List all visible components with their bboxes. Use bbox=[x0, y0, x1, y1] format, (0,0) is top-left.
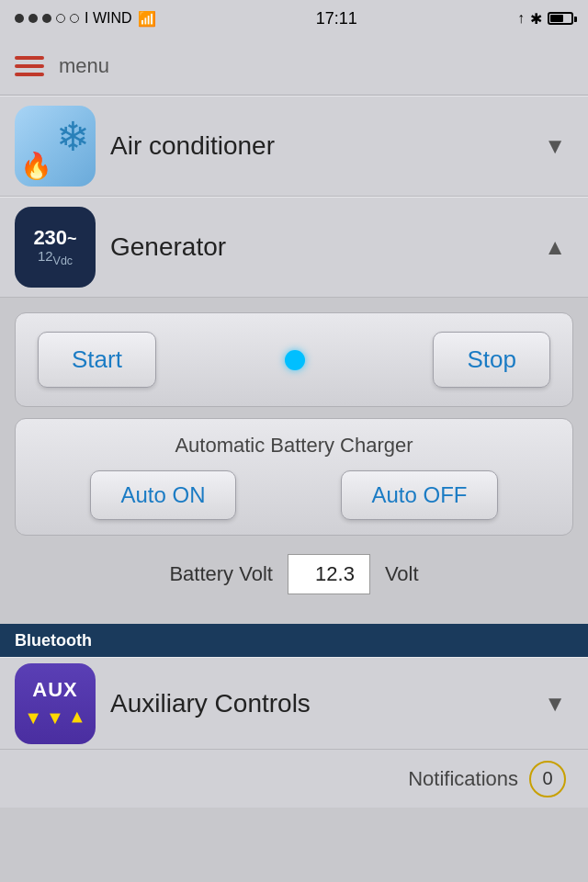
status-bar: I WIND 📶 17:11 ↑ ✱ bbox=[0, 0, 588, 37]
notifications-badge[interactable]: 0 bbox=[529, 761, 566, 797]
dot-5 bbox=[70, 14, 79, 23]
auto-on-button[interactable]: Auto ON bbox=[90, 470, 235, 520]
notifications-bar: Notifications 0 bbox=[0, 749, 588, 808]
location-icon: ↑ bbox=[517, 10, 525, 27]
air-conditioner-label: Air conditioner bbox=[110, 131, 529, 161]
aux-chevron: ▼ bbox=[544, 691, 566, 717]
status-left: I WIND 📶 bbox=[15, 10, 156, 28]
menu-icon[interactable] bbox=[15, 56, 44, 76]
header: menu bbox=[0, 37, 588, 96]
dot-2 bbox=[28, 14, 38, 23]
status-time: 17:11 bbox=[316, 9, 357, 28]
wifi-icon: 📶 bbox=[138, 10, 156, 28]
notifications-count: 0 bbox=[542, 768, 552, 789]
charger-box: Automatic Battery Charger Auto ON Auto O… bbox=[15, 418, 573, 536]
generator-chevron: ▲ bbox=[544, 234, 566, 260]
battery-fill bbox=[550, 15, 563, 22]
auto-off-button[interactable]: Auto OFF bbox=[341, 470, 497, 520]
dot-1 bbox=[15, 14, 24, 23]
snowflake-icon: ❄ bbox=[56, 113, 90, 160]
generator-icon: 230~ 12Vdc bbox=[15, 207, 96, 288]
generator-panel: Start Stop Automatic Battery Charger Aut… bbox=[0, 298, 588, 624]
aux-icon: AUX ▼ ▼ ▼ bbox=[15, 663, 96, 744]
aux-section[interactable]: AUX ▼ ▼ ▼ Auxiliary Controls ▼ bbox=[0, 657, 588, 749]
stop-button[interactable]: Stop bbox=[433, 332, 550, 388]
generator-label: Generator bbox=[110, 232, 529, 262]
status-indicator-dot bbox=[285, 350, 305, 370]
bluetooth-label: Bluetooth bbox=[15, 631, 92, 650]
carrier-text: I WIND bbox=[85, 10, 132, 27]
air-conditioner-row[interactable]: ❄ 🔥 Air conditioner ▼ bbox=[0, 96, 588, 197]
air-conditioner-icon: ❄ 🔥 bbox=[15, 106, 96, 187]
bluetooth-icon: ✱ bbox=[530, 10, 542, 28]
charger-buttons: Auto ON Auto OFF bbox=[38, 470, 550, 520]
dot-3 bbox=[42, 14, 51, 23]
aux-text: AUX bbox=[32, 678, 77, 702]
bluetooth-bar: Bluetooth bbox=[0, 624, 588, 657]
charger-title: Automatic Battery Charger bbox=[38, 434, 550, 458]
battery-volt-value: 12.3 bbox=[288, 554, 370, 594]
header-title: menu bbox=[59, 54, 109, 78]
start-stop-box: Start Stop bbox=[15, 312, 573, 407]
gen-voltage: 230~ bbox=[33, 228, 76, 248]
flame-icon: 🔥 bbox=[20, 151, 52, 181]
battery-volt-label: Battery Volt bbox=[169, 562, 273, 586]
aux-arrow-2: ▼ bbox=[46, 707, 64, 729]
notifications-label: Notifications bbox=[408, 767, 518, 791]
start-button[interactable]: Start bbox=[38, 332, 156, 388]
menu-line-1 bbox=[15, 56, 44, 60]
aux-arrow-1: ▼ bbox=[24, 707, 42, 729]
aux-label: Auxiliary Controls bbox=[110, 689, 529, 718]
menu-line-2 bbox=[15, 64, 44, 68]
generator-row[interactable]: 230~ 12Vdc Generator ▲ bbox=[0, 197, 588, 298]
battery-icon bbox=[548, 12, 573, 25]
aux-arrow-up: ▼ bbox=[68, 707, 86, 729]
menu-line-3 bbox=[15, 73, 44, 76]
battery-volt-unit: Volt bbox=[385, 562, 419, 586]
dot-4 bbox=[56, 14, 65, 23]
battery-volt-row: Battery Volt 12.3 Volt bbox=[15, 547, 573, 602]
air-conditioner-chevron: ▼ bbox=[544, 133, 566, 159]
signal-dots bbox=[15, 14, 79, 23]
gen-dc: 12Vdc bbox=[38, 248, 73, 267]
status-right: ↑ ✱ bbox=[517, 10, 573, 28]
aux-arrows: ▼ ▼ ▼ bbox=[24, 707, 85, 729]
